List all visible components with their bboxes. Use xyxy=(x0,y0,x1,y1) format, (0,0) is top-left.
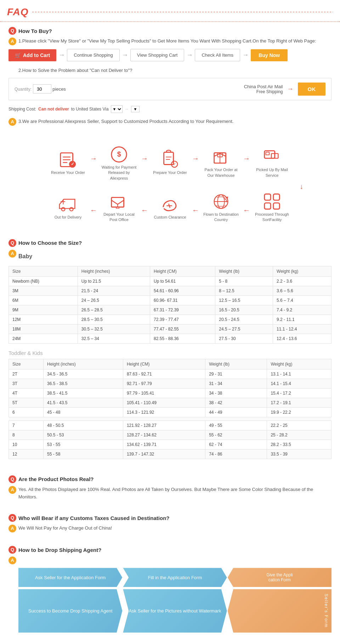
a2-text: 2.How to Solve the Problem about "Can no… xyxy=(18,67,132,74)
prepare-icon: ✓ xyxy=(160,149,180,170)
photos-section: Q Are the Product Photos Real? A Yes. Al… xyxy=(0,470,340,509)
baby-table-row: 9M26.5 – 28.567.31 - 72.3916.5 - 20.57.4… xyxy=(9,305,332,315)
shipping-arrow-btn[interactable]: ▼ xyxy=(131,106,140,112)
toddler-table-row: 1255 - 58139.7 - 147.3274 - 8633.5 - 39 xyxy=(9,449,332,459)
table-cell: 114.3 - 121.92 xyxy=(123,407,205,417)
customs-section: Q Who will Bear if any Customs Taxes Cau… xyxy=(0,509,340,541)
ask-pictures-btn[interactable]: Ask Seller for the Pictures without Wate… xyxy=(123,589,227,632)
table-cell: 26.5 – 28.5 xyxy=(78,305,150,315)
to-text: to United States Via xyxy=(71,107,109,112)
pickup-icon xyxy=(262,147,282,167)
table-cell: 38 - 42 xyxy=(205,398,267,407)
flow-item-depart: Depart Your Local Post Office xyxy=(98,191,140,223)
qty-label: Quantity: xyxy=(15,87,32,92)
table-cell: 55 - 58 xyxy=(44,449,123,459)
table-cell: 10 xyxy=(9,440,44,449)
success-agent-btn[interactable]: Success to Become Drop Shipping Agent xyxy=(18,589,122,632)
toddler-table-row: 4T38.5 - 41.597.79 - 105.4134 - 3815.4 -… xyxy=(9,388,332,398)
flow-arrow-4: → xyxy=(243,154,250,170)
delivery-select[interactable]: ▼ xyxy=(111,105,123,113)
table-cell: 3M xyxy=(9,286,78,295)
view-cart-button[interactable]: View Shopping Cart xyxy=(130,49,185,61)
flow-item-sort: Processed Through SortFacility xyxy=(251,191,293,223)
table-cell: 139.7 - 147.32 xyxy=(123,449,205,459)
a-size-row: A Baby xyxy=(8,250,332,262)
a4-row: A We Will Not Pay for Any Charge Out of … xyxy=(8,525,332,532)
add-to-cart-button[interactable]: 🛒 Add to Cart xyxy=(8,49,56,61)
shipping-cost-row: Shipping Cost: Can not deliver to United… xyxy=(8,105,332,113)
flow-row-1: ✓ Receive Your Order → $ Waiting for Pay… xyxy=(8,144,332,181)
flow-item-flown: Flown to Destination Country xyxy=(200,191,242,223)
a1-row: A 1.Please click "View My Store" or "Vie… xyxy=(8,38,332,45)
flow-arrow-down: ↓ xyxy=(8,182,332,191)
svg-rect-24 xyxy=(116,207,119,208)
arrow-small: → xyxy=(125,107,129,112)
ask-seller-btn[interactable]: Ask Seller for the Application Form xyxy=(18,568,122,587)
dropship-row-2: Success to Become Drop Shipping Agent As… xyxy=(18,589,332,632)
q3-row: Q Are the Product Photos Real? xyxy=(8,475,332,483)
q5-text: How to be Drop Shipping Agent? xyxy=(18,547,101,553)
flow-item-waiting: $ Waiting for Payment Released by Aliexp… xyxy=(98,144,140,181)
col-t-weight-lb: Weight (lb) xyxy=(205,359,267,369)
table-cell: 62 - 74 xyxy=(205,440,267,449)
baby-table-row: 12M28.5 – 30.572.39 - 77.4720.5 - 24.59.… xyxy=(9,315,332,324)
table-cell: 21.5 - 24 xyxy=(78,286,150,295)
table-cell: 24 – 26.5 xyxy=(78,295,150,305)
pieces-text: pieces xyxy=(52,86,66,92)
table-cell: 12.5 – 16.5 xyxy=(215,295,273,305)
check-items-button[interactable]: Check All Items xyxy=(195,49,240,61)
ok-button[interactable]: OK xyxy=(298,83,326,96)
table-cell: 8 xyxy=(9,430,44,440)
svg-text:✓: ✓ xyxy=(71,162,74,166)
q1-text: How To Buy? xyxy=(18,28,52,34)
flow-item-delivery: Out for Delivery xyxy=(47,194,89,220)
table-cell: 8 – 12.5 xyxy=(215,286,273,295)
faq-header: FAQ xyxy=(0,0,340,22)
flow-item-prepare: ✓ Prepare Your Order xyxy=(149,149,191,175)
sellers-form-btn[interactable]: Seller's Form xyxy=(228,589,332,632)
arrow-icon-ship: → xyxy=(287,85,294,93)
buy-now-button[interactable]: Buy Now xyxy=(251,49,288,61)
table-cell: 5.6 – 7.4 xyxy=(273,295,332,305)
a4-text: We Will Not Pay for Any Charge Out of Ch… xyxy=(18,525,112,532)
free-shipping-label: Free Shipping xyxy=(244,89,283,94)
give-form-btn[interactable]: Give the Application Form xyxy=(228,568,332,587)
col-t-height-cm: Height (CM) xyxy=(123,359,205,369)
table-cell: 82.55 - 88.36 xyxy=(150,334,215,343)
baby-size-table: Size Height (inches) Height (CM) Weight … xyxy=(8,266,332,344)
table-cell: 24M xyxy=(9,334,78,343)
table-cell: 44 - 49 xyxy=(205,407,267,417)
dropship-row-1: Ask Seller for the Application Form Fill… xyxy=(18,568,332,587)
a1-text: 1.Please click "View My Store" or "View … xyxy=(18,38,316,45)
q4-text: Who will Bear if any Customs Taxes Cause… xyxy=(18,515,169,521)
table-cell: 54.61 - 60.96 xyxy=(150,286,215,295)
table-cell: 45 - 48 xyxy=(44,407,123,417)
table-cell: 121.92 - 128.27 xyxy=(123,420,205,430)
a1-label: A xyxy=(8,38,16,45)
arrow-icon-4: → xyxy=(242,51,249,59)
a3-label: A xyxy=(8,118,16,126)
flow-item-pack: Pack Your Order at Our Warehouse xyxy=(200,147,242,178)
q5-label: Q xyxy=(8,546,16,554)
arrow-icon-1: → xyxy=(58,51,65,59)
qty-input[interactable] xyxy=(33,84,51,94)
table-cell: 92.71 - 97.79 xyxy=(123,379,205,388)
table-cell: 3T xyxy=(9,379,44,388)
arrow-icon-2: → xyxy=(122,51,128,59)
table-cell: 53 - 55 xyxy=(44,440,123,449)
continue-shopping-button[interactable]: Continue Shopping xyxy=(67,49,120,61)
table-cell: 31 - 34 xyxy=(205,379,267,388)
svg-text:✓: ✓ xyxy=(173,162,176,166)
order-flow: ✓ Receive Your Order → $ Waiting for Pay… xyxy=(0,139,340,229)
table-cell: 41.5 - 43.5 xyxy=(44,398,123,407)
toddler-table-row: 5T41.5 - 43.5105.41 - 110.4938 - 4217.2 … xyxy=(9,398,332,407)
flow-label-customs: Custom Clearance xyxy=(154,215,186,220)
table-cell: 28.5 – 30.5 xyxy=(78,315,150,324)
table-cell: 48 - 50.5 xyxy=(44,420,123,430)
fill-form-btn[interactable]: Fill in the Application Form xyxy=(123,568,227,587)
faq-divider xyxy=(32,12,333,12)
flow-arrow-2: → xyxy=(141,154,148,170)
depart-icon xyxy=(109,191,129,212)
table-cell: 17.2 - 19.1 xyxy=(267,398,332,407)
flow-item-receive: ✓ Receive Your Order xyxy=(47,149,89,175)
